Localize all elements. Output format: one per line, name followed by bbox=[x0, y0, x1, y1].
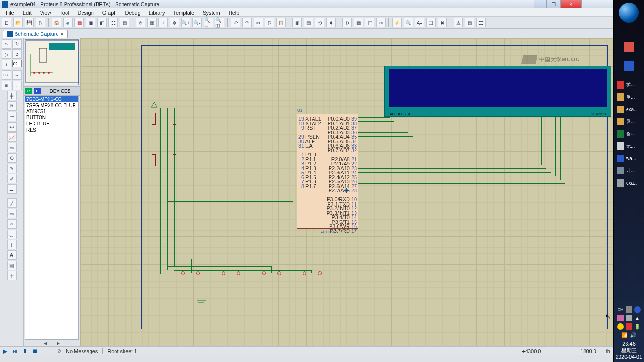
clock-time[interactable]: 23:46 bbox=[614, 340, 644, 347]
taskbar-item[interactable]: 计... bbox=[616, 166, 642, 175]
taskbar-app-icon[interactable] bbox=[624, 42, 634, 52]
seven-seg-display[interactable]: ABCDEFG DP 12345678 bbox=[384, 66, 611, 117]
devices-list[interactable]: 7SEG-MPX1-CC 7SEG-MPX8-CC-BLUE AT89C51 B… bbox=[25, 96, 79, 340]
chip-at89c51[interactable]: U1 19 XTAL118 XTAL29 RST 29 PSEN30 ALE31… bbox=[297, 114, 358, 229]
taskbar-item[interactable]: 单... bbox=[616, 92, 642, 102]
pick-parts-icon[interactable]: P bbox=[25, 88, 32, 94]
messages-icon[interactable]: ⊘ bbox=[57, 348, 61, 354]
taskbar-app-icon[interactable] bbox=[624, 61, 634, 71]
menu-edit[interactable]: Edit bbox=[19, 9, 35, 16]
maximize-button[interactable]: ❐ bbox=[547, 0, 560, 8]
origin-icon[interactable]: + bbox=[158, 18, 168, 27]
grid-icon[interactable]: ▦ bbox=[147, 18, 157, 27]
pause-icon[interactable]: ⏸ bbox=[22, 348, 28, 354]
netlist-icon[interactable]: ▤ bbox=[465, 18, 474, 27]
undo-icon[interactable]: ↶ bbox=[231, 18, 240, 27]
instrument-icon[interactable]: ☳ bbox=[7, 184, 17, 194]
tape-icon[interactable]: ▭ bbox=[7, 143, 17, 152]
taskbar-item[interactable]: 录... bbox=[616, 117, 642, 126]
open-icon[interactable]: 📂 bbox=[13, 18, 23, 27]
bom-icon[interactable]: ☷ bbox=[108, 18, 118, 27]
tray-help-icon[interactable] bbox=[634, 306, 641, 313]
symbol-icon[interactable]: ▤ bbox=[7, 261, 17, 270]
packaging-icon[interactable]: ◫ bbox=[365, 18, 374, 27]
remove-sheet-icon[interactable]: ✖ bbox=[438, 18, 447, 27]
pan-icon[interactable]: ✥ bbox=[170, 18, 179, 27]
paste-icon[interactable]: 📋 bbox=[276, 18, 286, 27]
taskbar-item[interactable]: wa... bbox=[616, 154, 642, 163]
menu-library[interactable]: Library bbox=[145, 9, 169, 16]
redraw-icon[interactable]: ⟳ bbox=[136, 18, 145, 27]
minimize-button[interactable]: — bbox=[534, 0, 547, 8]
terminal-icon[interactable]: ⊸ bbox=[7, 112, 17, 121]
junction-icon[interactable]: + bbox=[2, 60, 11, 69]
probe-i-icon[interactable]: ✐ bbox=[7, 174, 17, 183]
rotate-ccw-icon[interactable]: ↺ bbox=[12, 49, 22, 59]
tray-icon[interactable] bbox=[617, 315, 624, 321]
save-icon[interactable]: 💾 bbox=[25, 18, 34, 27]
tab-close-icon[interactable]: × bbox=[61, 31, 64, 37]
scroll-left-icon[interactable]: ◀ bbox=[44, 341, 47, 346]
rotation-input[interactable] bbox=[12, 60, 22, 67]
system-tray[interactable]: CH ▲ 🔋 📶 🔊 bbox=[614, 304, 644, 340]
menu-graph[interactable]: Graph bbox=[99, 9, 121, 16]
tray-icon[interactable] bbox=[626, 315, 632, 321]
list-item[interactable]: AT89C51 bbox=[25, 108, 78, 115]
list-item[interactable]: RES bbox=[25, 127, 78, 133]
arc-icon[interactable]: ◡ bbox=[7, 230, 17, 239]
list-item[interactable]: LED-BLUE bbox=[25, 121, 78, 127]
zoom-out-icon[interactable]: 🔍- bbox=[192, 18, 202, 27]
messages-label[interactable]: No Messages bbox=[66, 348, 98, 354]
tray-arrow-icon[interactable]: ▲ bbox=[634, 315, 641, 321]
zoom-in-icon[interactable]: 🔍+ bbox=[181, 18, 190, 27]
path-icon[interactable]: ⌇ bbox=[7, 240, 17, 249]
cut-icon[interactable]: ✂ bbox=[254, 18, 263, 27]
list-item[interactable]: 7SEG-MPX8-CC-BLUE bbox=[25, 102, 78, 108]
new-sheet-icon[interactable]: ❏ bbox=[426, 18, 436, 27]
start-orb-icon[interactable] bbox=[619, 3, 639, 23]
zoom-fit-icon[interactable]: 🔍▭ bbox=[204, 18, 213, 27]
block-delete-icon[interactable]: ✖ bbox=[326, 18, 336, 27]
make-device-icon[interactable]: ▦ bbox=[354, 18, 363, 27]
erc-icon[interactable]: ⚠ bbox=[454, 18, 463, 27]
generator-icon[interactable]: ⊙ bbox=[7, 153, 17, 163]
menu-system[interactable]: System bbox=[199, 9, 224, 16]
close-icon[interactable]: ⎘ bbox=[36, 18, 45, 27]
stop-icon[interactable]: ⏹ bbox=[33, 348, 38, 354]
line-icon[interactable]: ╱ bbox=[7, 198, 17, 208]
tray-network-icon[interactable]: 📶 bbox=[621, 332, 628, 338]
mirror-v-icon[interactable]: ↕ bbox=[12, 81, 22, 90]
box-icon[interactable]: ▭ bbox=[7, 209, 17, 218]
menu-debug[interactable]: Debug bbox=[121, 9, 144, 16]
menu-file[interactable]: File bbox=[2, 9, 18, 16]
zoom-region-icon[interactable]: 🔍◫ bbox=[215, 18, 224, 27]
code-icon[interactable]: ▤ bbox=[120, 18, 129, 27]
marker-icon[interactable]: ✛ bbox=[7, 271, 17, 280]
play-icon[interactable]: ▶ bbox=[3, 348, 7, 354]
3d-icon[interactable]: ▣ bbox=[86, 18, 95, 27]
list-item[interactable]: 7SEG-MPX1-CC bbox=[25, 96, 78, 102]
tray-battery-icon[interactable]: 🔋 bbox=[634, 323, 641, 330]
menu-design[interactable]: Design bbox=[74, 9, 98, 16]
tray-flag-icon[interactable] bbox=[626, 323, 632, 330]
tab-schematic[interactable]: Schematic Capture × bbox=[3, 30, 68, 38]
text-icon[interactable]: A bbox=[7, 250, 17, 260]
block-copy-icon[interactable]: ▣ bbox=[292, 18, 302, 27]
selection-icon[interactable]: ↖ bbox=[2, 39, 11, 49]
block-move-icon[interactable]: ▤ bbox=[304, 18, 313, 27]
wire-autoroute-icon[interactable]: ⚡ bbox=[392, 18, 402, 27]
libraries-icon[interactable]: L bbox=[34, 88, 41, 94]
gerber-icon[interactable]: ◧ bbox=[97, 18, 107, 27]
taskbar-item[interactable]: 无... bbox=[616, 141, 642, 151]
new-icon[interactable]: 🗋 bbox=[2, 18, 11, 27]
tray-icon[interactable] bbox=[626, 306, 632, 313]
probe-v-icon[interactable]: ✎ bbox=[7, 164, 17, 173]
search-icon[interactable]: 🔍 bbox=[404, 18, 413, 27]
pick-icon[interactable]: ⚙ bbox=[342, 18, 352, 27]
label-icon[interactable]: LBL bbox=[2, 70, 11, 80]
schematic-icon[interactable]: ⎈ bbox=[63, 18, 73, 27]
subcircuit-icon[interactable]: ⧉ bbox=[7, 101, 17, 111]
text-script-icon[interactable]: ≡ bbox=[2, 81, 11, 90]
tray-icon[interactable] bbox=[617, 323, 624, 330]
pin-icon[interactable]: ⊷ bbox=[7, 122, 17, 132]
